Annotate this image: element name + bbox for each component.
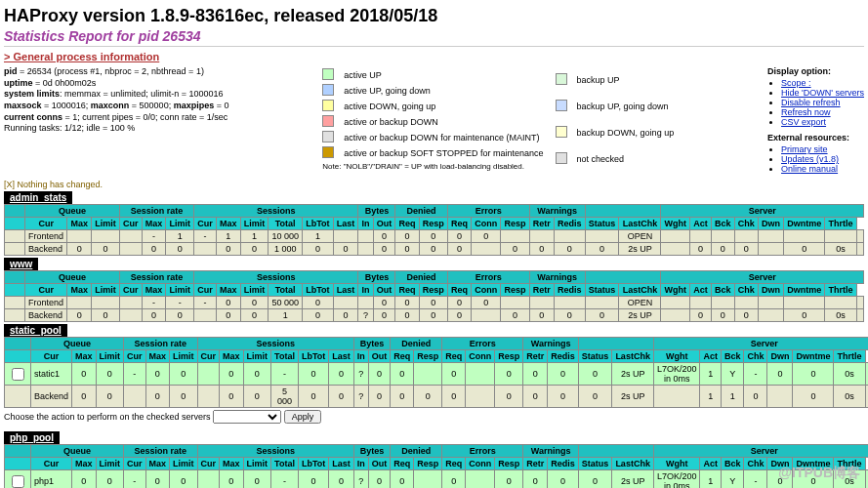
display-option[interactable]: Scope : (781, 78, 864, 88)
proxy-caption[interactable]: php_pool (4, 431, 60, 444)
legend: active UPactive UP, going downactive DOW… (317, 66, 679, 173)
external-link[interactable]: Updates (v1.8) (781, 154, 864, 164)
display-option[interactable]: Hide 'DOWN' servers (781, 88, 864, 98)
section-header: > General process information (4, 51, 864, 62)
external-link[interactable]: Online manual (781, 164, 864, 174)
process-info: pid = 26534 (process #1, nbproc = 2, nbt… (4, 66, 228, 135)
page-title: HAProxy version 1.8.9-83616ec, released … (4, 6, 864, 26)
table-row: Backend0000001 00000000000002s UP00000s (5, 243, 864, 256)
action-select[interactable] (213, 410, 281, 424)
subtitle: Statistics Report for pid 26534 (4, 28, 864, 47)
table-row: Frontend-1-1110 000100000OPEN (5, 230, 864, 243)
table-row: Frontend---0050 000000000OPEN (5, 297, 864, 309)
table-row: static100-0000-00?00000002s UPL7OK/200 i… (5, 363, 869, 386)
external-head: External resources: (767, 133, 849, 142)
row-checkbox[interactable] (12, 475, 24, 488)
table-row: Backend000000100?000000002s UP00000s (5, 309, 864, 322)
stats-table: QueueSession rateSessionsBytesDeniedErro… (4, 337, 868, 408)
stats-table: QueueSession rateSessionsBytesDeniedErro… (4, 444, 868, 488)
proxy-caption[interactable]: www (4, 258, 38, 270)
table-row: php100-0000-00?00000002s UPL7OK/200 in 0… (5, 470, 869, 489)
apply-button[interactable]: Apply (284, 410, 322, 424)
external-link[interactable]: Primary site (781, 144, 864, 154)
action-label: Choose the action to perform on the chec… (4, 412, 211, 422)
display-head: Display option: (767, 66, 831, 76)
table-row: Backend0000005 00000?000000002s UP11000s (5, 386, 869, 408)
proxy-caption[interactable]: static_pool (4, 324, 67, 337)
watermark: @ITPUB博客 (778, 465, 860, 482)
stats-table: QueueSession rateSessionsBytesDeniedErro… (4, 204, 864, 256)
row-checkbox[interactable] (12, 368, 24, 381)
display-option[interactable]: Disable refresh (781, 98, 864, 107)
display-option[interactable]: Refresh now (781, 107, 864, 117)
stats-table: QueueSession rateSessionsBytesDeniedErro… (4, 270, 864, 322)
notice: [X] Nothing has changed. (4, 180, 864, 189)
proxy-caption[interactable]: admin_stats (4, 191, 72, 204)
display-option[interactable]: CSV export (781, 117, 864, 127)
